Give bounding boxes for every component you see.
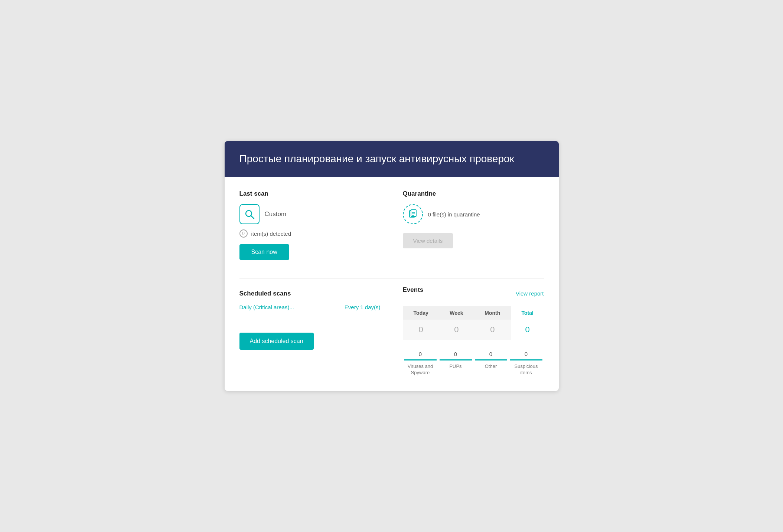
- events-title: Events: [403, 286, 424, 294]
- scan-type-label: Custom: [265, 210, 287, 218]
- files-icon: [408, 209, 418, 219]
- bottom-section: Scheduled scans Daily (Critical areas)..…: [239, 286, 544, 376]
- col-week: Week: [439, 306, 474, 320]
- category-suspicious-bar: [510, 359, 542, 360]
- category-suspicious: 0 Suspiciousitems: [509, 351, 544, 376]
- events-header: Events View report: [403, 286, 544, 300]
- events-table: Today Week Month Total 0 0 0 0: [403, 306, 544, 340]
- scan-icon-row: Custom: [239, 204, 381, 224]
- category-viruses-bar: [404, 359, 437, 360]
- col-month: Month: [474, 306, 511, 320]
- detected-label: item(s) detected: [251, 231, 291, 237]
- view-details-button: View details: [403, 233, 453, 248]
- scan-now-button[interactable]: Scan now: [239, 244, 289, 260]
- category-suspicious-count: 0: [509, 351, 544, 357]
- val-month: 0: [474, 320, 511, 340]
- quarantine-files-label: 0 file(s) in quarantine: [428, 211, 480, 218]
- header-title: Простые планирование и запуск антивирусн…: [239, 152, 544, 166]
- quarantine-section: Quarantine 0 file(s) in quarantine View: [403, 190, 544, 271]
- main-card: Простые планирование и запуск антивирусн…: [225, 141, 559, 391]
- category-viruses-label: Viruses andSpyware: [403, 363, 438, 376]
- category-viruses-count: 0: [403, 351, 438, 357]
- search-icon: [244, 209, 255, 220]
- events-header-row: Today Week Month Total: [403, 306, 544, 320]
- divider: [239, 278, 544, 279]
- quarantine-title: Quarantine: [403, 190, 544, 198]
- category-suspicious-label: Suspiciousitems: [509, 363, 544, 376]
- val-week: 0: [439, 320, 474, 340]
- scheduled-scans-section: Scheduled scans Daily (Critical areas)..…: [239, 290, 381, 376]
- scheduled-item-row: Daily (Critical areas)... Every 1 day(s): [239, 304, 381, 310]
- add-scheduled-scan-button[interactable]: Add scheduled scan: [239, 333, 314, 350]
- view-report-link[interactable]: View report: [516, 290, 544, 297]
- quarantine-icon-row: 0 file(s) in quarantine: [403, 204, 544, 224]
- detected-row: 0 item(s) detected: [239, 229, 381, 238]
- scheduled-scans-title: Scheduled scans: [239, 290, 381, 297]
- main-content: Last scan Custom 0 item(s) detected: [225, 177, 559, 391]
- events-data-row: 0 0 0 0: [403, 320, 544, 340]
- category-pups: 0 PUPs: [438, 351, 473, 376]
- categories-row: 0 Viruses andSpyware 0 PUPs 0 Other: [403, 351, 544, 376]
- header-banner: Простые планирование и запуск антивирусн…: [225, 141, 559, 177]
- last-scan-section: Last scan Custom 0 item(s) detected: [239, 190, 381, 271]
- svg-line-1: [251, 216, 254, 219]
- top-section: Last scan Custom 0 item(s) detected: [239, 190, 544, 271]
- category-pups-bar: [440, 359, 472, 360]
- scan-icon-box: [239, 204, 260, 224]
- quarantine-icon-circle: [403, 204, 423, 224]
- category-other-count: 0: [473, 351, 509, 357]
- category-other-label: Other: [473, 363, 509, 370]
- category-viruses: 0 Viruses andSpyware: [403, 351, 438, 376]
- col-today: Today: [403, 306, 439, 320]
- col-total: Total: [511, 306, 544, 320]
- category-pups-count: 0: [438, 351, 473, 357]
- scheduled-item-link[interactable]: Daily (Critical areas)...: [239, 304, 294, 310]
- category-other-bar: [475, 359, 507, 360]
- scheduled-item-freq: Every 1 day(s): [345, 304, 381, 310]
- val-total: 0: [511, 320, 544, 340]
- detected-count-badge: 0: [239, 229, 248, 238]
- last-scan-title: Last scan: [239, 190, 381, 198]
- events-section: Events View report Today Week Month Tota…: [403, 286, 544, 376]
- val-today: 0: [403, 320, 439, 340]
- category-pups-label: PUPs: [438, 363, 473, 370]
- category-other: 0 Other: [473, 351, 509, 376]
